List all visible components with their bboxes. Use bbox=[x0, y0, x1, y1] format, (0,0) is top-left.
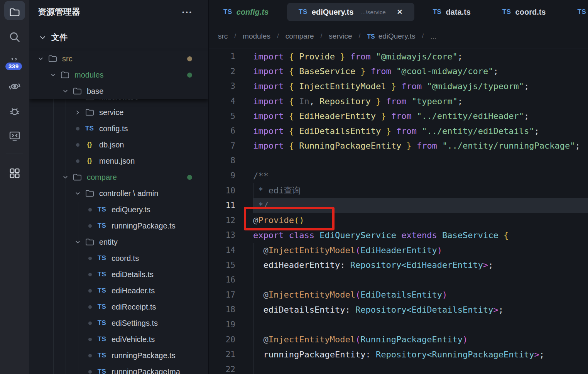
line-number: 22 bbox=[209, 365, 235, 374]
breadcrumb-item-service[interactable]: service bbox=[329, 32, 352, 41]
line-number: 6 bbox=[209, 126, 235, 135]
tree-item-label: menu.json bbox=[99, 157, 135, 166]
line-number: 4 bbox=[209, 96, 235, 106]
typescript-file-icon: TS bbox=[95, 271, 109, 278]
tab-ediQuery.ts[interactable]: TSediQuery.ts...\service✕ bbox=[287, 3, 414, 21]
code-line-18: 18 ediDetailsEntity: Repository<EdiDetai… bbox=[209, 302, 588, 317]
code-line-content: import { BaseService } from "@cool-midwa… bbox=[253, 64, 588, 79]
red-annotation-box bbox=[244, 207, 335, 230]
watch-eye-icon[interactable] bbox=[0, 74, 29, 99]
tree-item-label: coord.ts bbox=[112, 254, 139, 263]
tree-hidden-row: middleware bbox=[29, 99, 208, 104]
code-line-8: 8 bbox=[209, 153, 588, 168]
tree-folder-controller-admin[interactable]: controller \ admin bbox=[29, 185, 208, 201]
files-section-label: 文件 bbox=[51, 32, 68, 43]
tree-folder-entity[interactable]: entity bbox=[29, 234, 208, 250]
tab-description: ...\service bbox=[361, 9, 385, 15]
code-line-content bbox=[253, 153, 588, 168]
close-icon[interactable]: ✕ bbox=[397, 8, 403, 16]
breadcrumb-item-ediQuery.ts[interactable]: TSediQuery.ts bbox=[367, 32, 415, 41]
breadcrumb-item-compare[interactable]: compare bbox=[286, 32, 314, 41]
tree-item-label: ediReceipt.ts bbox=[112, 303, 156, 311]
tree-folder-base[interactable]: base bbox=[29, 83, 208, 99]
code-line-6: 6import { EdiDetailsEntity } from "../en… bbox=[209, 124, 588, 139]
file-dot-icon bbox=[85, 338, 95, 341]
explorer-icon[interactable] bbox=[0, 0, 29, 25]
line-number: 9 bbox=[209, 171, 235, 180]
tree-file-menu.json[interactable]: {}menu.json bbox=[29, 153, 208, 169]
tree-rows: serviceTSconfig.ts{}db.json{}menu.jsonco… bbox=[29, 104, 208, 374]
activity-bar-divider bbox=[6, 154, 23, 154]
line-number: 12 bbox=[209, 216, 235, 225]
tree-file-runningPackage.ts[interactable]: TSrunningPackage.ts bbox=[29, 347, 208, 364]
tree-item-label: config.ts bbox=[99, 124, 128, 133]
tab-label: ediQuery.ts bbox=[312, 8, 354, 17]
tree-folder-src[interactable]: src bbox=[29, 51, 208, 67]
breadcrumb: src/modules/compare/service/TSediQuery.t… bbox=[209, 24, 588, 49]
line-number: 3 bbox=[209, 81, 235, 91]
tab-config.ts[interactable]: TSconfig.ts bbox=[209, 0, 283, 24]
debug-icon[interactable] bbox=[0, 99, 29, 124]
typescript-file-icon: TS bbox=[83, 125, 96, 132]
tree-file-coord.ts[interactable]: TScoord.ts bbox=[29, 250, 208, 266]
line-number: 16 bbox=[209, 275, 235, 284]
tree-file-ediVehicle.ts[interactable]: TSediVehicle.ts bbox=[29, 331, 208, 347]
tree-file-ediDetails.ts[interactable]: TSediDetails.ts bbox=[29, 266, 208, 283]
git-status-dot bbox=[187, 175, 192, 180]
tree-folder-service[interactable]: service bbox=[29, 104, 208, 120]
code-line-10: 10 * edi查询 bbox=[209, 183, 588, 198]
folder-icon bbox=[70, 87, 84, 95]
tree-item-label: entity bbox=[99, 238, 118, 247]
code-line-2: 2import { BaseService } from "@cool-midw… bbox=[209, 64, 588, 79]
typescript-file-icon: TS bbox=[95, 319, 109, 327]
code-line-16: 16 bbox=[209, 272, 588, 288]
files-section-header[interactable]: 文件 bbox=[29, 29, 208, 46]
code-line-3: 3import { InjectEntityModel } from "@mid… bbox=[209, 79, 588, 94]
tab-coord.ts[interactable]: TScoord.ts bbox=[488, 0, 561, 24]
tree-file-ediSettings.ts[interactable]: TSediSettings.ts bbox=[29, 315, 208, 331]
tab-partial[interactable]: TS bbox=[563, 0, 588, 24]
tree-file-ediHeader.ts[interactable]: TSediHeader.ts bbox=[29, 283, 208, 299]
breadcrumb-item-src[interactable]: src bbox=[218, 32, 228, 41]
code-line-content: /** bbox=[253, 168, 588, 183]
chevron-down-icon bbox=[60, 174, 70, 180]
tree-folder-modules[interactable]: modules bbox=[29, 67, 208, 83]
code-line-9: 9/** bbox=[209, 168, 588, 183]
line-number: 11 bbox=[209, 201, 235, 210]
search-icon[interactable] bbox=[0, 25, 29, 49]
line-number: 18 bbox=[209, 305, 235, 314]
breadcrumb-item-modules[interactable]: modules bbox=[243, 32, 270, 41]
tree-item-label: base bbox=[87, 87, 103, 96]
chevron-right-icon bbox=[73, 99, 83, 100]
tree-folder-compare[interactable]: compare bbox=[29, 169, 208, 185]
tree-item-label: db.json bbox=[99, 140, 124, 149]
git-status-dot bbox=[187, 56, 192, 61]
extensions-icon[interactable] bbox=[0, 161, 29, 186]
code-editor[interactable]: 1import { Provide } from "@midwayjs/core… bbox=[209, 49, 588, 374]
line-number: 13 bbox=[209, 230, 235, 240]
tab-label: data.ts bbox=[446, 8, 470, 17]
line-number: 7 bbox=[209, 141, 235, 151]
code-line-content: import { EdiDetailsEntity } from "../ent… bbox=[253, 124, 588, 139]
tree-file-config.ts[interactable]: TSconfig.ts bbox=[29, 120, 208, 137]
tree-folder-middleware[interactable]: middleware bbox=[29, 99, 208, 104]
tree-file-runningPackageIma[interactable]: TSrunningPackageIma bbox=[29, 364, 208, 374]
typescript-file-icon: TS bbox=[223, 8, 232, 16]
activity-bar: 339 bbox=[0, 0, 29, 374]
tree-file-ediQuery.ts[interactable]: TSediQuery.ts bbox=[29, 201, 208, 218]
code-line-22: 22 bbox=[209, 362, 588, 374]
tab-data.ts[interactable]: TSdata.ts bbox=[418, 0, 485, 24]
remote-terminal-icon[interactable] bbox=[0, 124, 29, 148]
tree-file-db.json[interactable]: {}db.json bbox=[29, 137, 208, 153]
tree-file-runningPackage.ts[interactable]: TSrunningPackage.ts bbox=[29, 218, 208, 234]
source-control-icon[interactable]: 339 bbox=[0, 49, 29, 74]
folder-icon bbox=[83, 238, 96, 246]
typescript-file-icon: TS bbox=[578, 8, 586, 16]
breadcrumb-item-...[interactable]: ... bbox=[430, 32, 436, 41]
code-line-content: runningPackageEntity: Repository<Running… bbox=[253, 347, 588, 362]
tree-file-ediReceipt.ts[interactable]: TSediReceipt.ts bbox=[29, 299, 208, 315]
chevron-down-icon bbox=[60, 88, 70, 94]
folder-icon bbox=[83, 108, 96, 116]
sidebar-more-actions-icon[interactable]: ••• bbox=[182, 9, 193, 15]
typescript-file-icon: TS bbox=[95, 254, 109, 262]
